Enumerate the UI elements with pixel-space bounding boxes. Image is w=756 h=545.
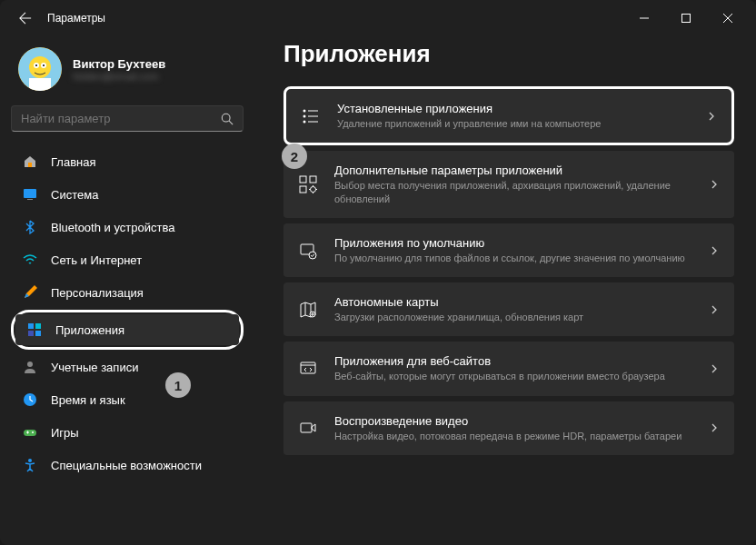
- sidebar-item-label: Игры: [51, 426, 79, 440]
- sidebar-item-accounts[interactable]: Учетные записи: [11, 352, 244, 382]
- sidebar-item-label: Сеть и Интернет: [51, 253, 142, 267]
- card-desc: Загрузки расположение хранилища, обновле…: [334, 311, 692, 323]
- video-icon: [298, 418, 318, 438]
- sidebar-item-label: Специальные возможности: [51, 459, 202, 472]
- back-arrow-icon: [19, 12, 32, 25]
- svg-rect-10: [24, 189, 36, 198]
- maximize-button[interactable]: [665, 0, 707, 36]
- gaming-icon: [22, 424, 38, 441]
- search-icon: [221, 113, 234, 125]
- annotation-badge-1: 1: [165, 372, 191, 398]
- minimize-button[interactable]: [623, 0, 665, 36]
- default-apps-icon: [298, 241, 318, 261]
- svg-point-27: [311, 187, 316, 193]
- card-installed-apps[interactable]: Установленные приложения Удаление прилож…: [284, 86, 734, 145]
- card-title: Приложения по умолчанию: [334, 236, 692, 250]
- sidebar-item-label: Учетные записи: [51, 361, 138, 374]
- svg-point-29: [309, 252, 316, 259]
- sidebar-item-home[interactable]: Главная: [11, 146, 244, 177]
- svg-rect-14: [28, 331, 34, 336]
- svg-rect-0: [682, 15, 691, 23]
- chevron-right-icon: [709, 363, 720, 374]
- sidebar-item-gaming[interactable]: Игры: [11, 417, 244, 448]
- svg-rect-26: [300, 186, 306, 193]
- svg-rect-24: [300, 176, 306, 183]
- card-offline-maps[interactable]: Автономные карты Загрузки расположение х…: [284, 282, 734, 336]
- svg-rect-9: [28, 163, 32, 167]
- search-box[interactable]: [11, 105, 244, 132]
- svg-point-19: [32, 431, 34, 433]
- close-icon: [723, 14, 732, 23]
- sidebar-item-accessibility[interactable]: Специальные возможности: [11, 450, 244, 481]
- svg-rect-32: [301, 423, 312, 432]
- svg-point-8: [222, 114, 230, 122]
- wifi-icon: [22, 252, 38, 268]
- profile-name: Виктор Бухтеев: [73, 57, 165, 71]
- svg-point-5: [35, 64, 37, 66]
- search-input[interactable]: [21, 112, 221, 125]
- main-content: Приложения Установленные приложения Удал…: [254, 36, 756, 545]
- chevron-right-icon: [709, 245, 720, 256]
- card-desc: Настройка видео, потоковая передача в ре…: [334, 430, 692, 442]
- card-title: Воспроизведение видео: [334, 414, 692, 428]
- sidebar-item-apps[interactable]: Приложения: [15, 314, 239, 345]
- sidebar-item-system[interactable]: Система: [11, 179, 244, 210]
- sidebar-item-label: Главная: [51, 155, 95, 169]
- chevron-right-icon: [706, 111, 717, 122]
- svg-rect-25: [310, 176, 316, 183]
- chevron-right-icon: [709, 304, 720, 315]
- sidebar-item-time[interactable]: Время и язык: [11, 384, 244, 415]
- apps-icon: [26, 322, 43, 338]
- sidebar-item-label: Приложения: [55, 323, 124, 337]
- annotation-badge-2: 2: [282, 144, 307, 169]
- card-desc: Удаление приложений и управление ими на …: [337, 117, 690, 130]
- svg-rect-7: [29, 78, 51, 91]
- bluetooth-icon: [22, 219, 38, 235]
- page-title: Приложения: [284, 40, 734, 68]
- map-icon: [298, 300, 318, 320]
- avatar: [18, 47, 62, 91]
- profile-section[interactable]: Виктор Бухтеев hidden@email.com: [11, 36, 244, 105]
- card-advanced-settings[interactable]: Дополнительные параметры приложений Выбо…: [284, 151, 734, 218]
- titlebar: Параметры: [0, 0, 756, 36]
- system-icon: [22, 186, 38, 203]
- nav: Главная Система Bluetooth и устройства С…: [11, 146, 244, 481]
- sidebar-item-personalization[interactable]: Персонализация: [11, 277, 244, 308]
- minimize-icon: [640, 14, 649, 23]
- card-desc: По умолчанию для типов файлов и ссылок, …: [334, 252, 692, 264]
- back-button[interactable]: [7, 0, 44, 36]
- chevron-right-icon: [709, 179, 720, 190]
- svg-rect-12: [28, 323, 34, 329]
- svg-point-21: [303, 109, 306, 112]
- card-title: Приложения для веб-сайтов: [334, 354, 692, 368]
- card-desc: Веб-сайты, которые могут открываться в п…: [334, 370, 692, 382]
- card-default-apps[interactable]: Приложения по умолчанию По умолчанию для…: [284, 223, 734, 277]
- card-title: Установленные приложения: [337, 102, 690, 115]
- card-video-playback[interactable]: Воспроизведение видео Настройка видео, п…: [284, 401, 734, 455]
- websites-icon: [298, 359, 318, 379]
- svg-point-20: [28, 459, 32, 462]
- close-button[interactable]: [707, 0, 749, 36]
- svg-rect-11: [27, 199, 33, 200]
- sidebar-item-label: Bluetooth и устройства: [51, 221, 174, 234]
- brush-icon: [22, 284, 38, 301]
- svg-point-22: [303, 114, 306, 117]
- sidebar-item-label: Система: [51, 188, 98, 202]
- sidebar-item-bluetooth[interactable]: Bluetooth и устройства: [11, 212, 244, 243]
- sidebar-item-label: Время и язык: [51, 393, 125, 407]
- time-icon: [22, 391, 38, 408]
- accessibility-icon: [22, 457, 38, 473]
- sidebar: Виктор Бухтеев hidden@email.com Главная …: [0, 36, 254, 545]
- window-title: Параметры: [47, 12, 105, 25]
- card-desc: Выбор места получения приложений, архива…: [334, 179, 692, 205]
- sidebar-item-network[interactable]: Сеть и Интернет: [11, 244, 244, 275]
- home-icon: [22, 154, 38, 170]
- svg-rect-31: [301, 362, 315, 373]
- card-apps-for-websites[interactable]: Приложения для веб-сайтов Веб-сайты, кот…: [284, 342, 734, 395]
- profile-email: hidden@email.com: [73, 71, 165, 82]
- accounts-icon: [22, 359, 38, 375]
- list-icon: [301, 106, 321, 126]
- svg-point-16: [27, 362, 33, 367]
- sidebar-item-label: Персонализация: [51, 286, 144, 300]
- card-title: Автономные карты: [334, 295, 692, 309]
